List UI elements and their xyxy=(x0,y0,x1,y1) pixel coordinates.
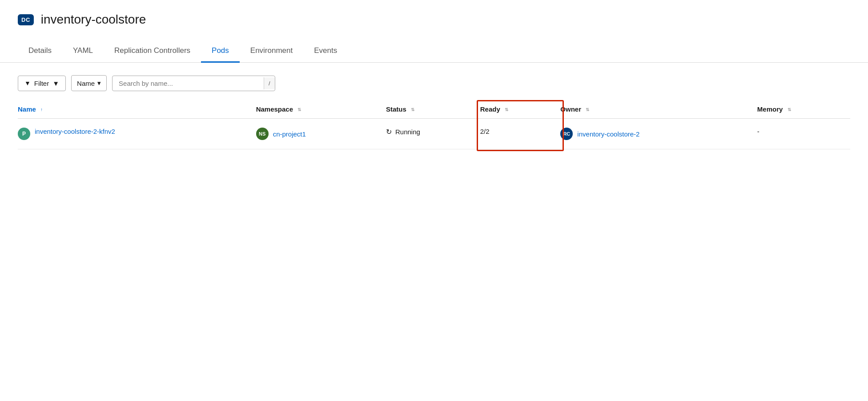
ready-value: 2/2 xyxy=(480,128,490,135)
col-header-owner[interactable]: Owner ⇅ xyxy=(560,100,757,119)
pods-table: Name ↑ Namespace ⇅ Status ⇅ xyxy=(18,100,850,149)
ns-badge: NS xyxy=(256,128,269,140)
owner-sort-icon[interactable]: ⇅ xyxy=(586,108,589,112)
pod-badge: P xyxy=(18,128,30,140)
filter-label: Filter xyxy=(34,80,49,87)
search-shortcut: / xyxy=(264,77,275,89)
status-text: Running xyxy=(395,128,420,136)
tab-events[interactable]: Events xyxy=(303,40,348,63)
memory-cell: - xyxy=(757,119,850,149)
page-title: inventory-coolstore xyxy=(41,12,146,27)
name-dropdown-label: Name xyxy=(77,80,95,87)
namespace-sort-icon[interactable]: ⇅ xyxy=(297,108,301,112)
table-container: Name ↑ Namespace ⇅ Status ⇅ xyxy=(0,100,868,149)
tab-replication-controllers[interactable]: Replication Controllers xyxy=(104,40,201,63)
table-header-row: Name ↑ Namespace ⇅ Status ⇅ xyxy=(18,100,850,119)
filter-button[interactable]: ▼ Filter ▼ xyxy=(18,76,66,91)
owner-cell: RC inventory-coolstore-2 xyxy=(560,119,757,149)
memory-value: - xyxy=(757,128,760,135)
table-row: P inventory-coolstore-2-kfnv2 NS cn-proj… xyxy=(18,119,850,149)
namespace-link[interactable]: cn-project1 xyxy=(273,130,306,138)
filter-icon: ▼ xyxy=(24,80,31,87)
namespace-cell: NS cn-project1 xyxy=(256,119,386,149)
col-header-ready[interactable]: Ready ⇅ xyxy=(480,100,561,119)
tab-details[interactable]: Details xyxy=(18,40,62,63)
tab-environment[interactable]: Environment xyxy=(240,40,303,63)
ready-sort-icon[interactable]: ⇅ xyxy=(505,108,508,112)
ready-cell: 2/2 xyxy=(480,119,561,149)
col-header-namespace[interactable]: Namespace ⇅ xyxy=(256,100,386,119)
toolbar: ▼ Filter ▼ Name ▾ / xyxy=(0,63,868,100)
running-icon: ↻ xyxy=(386,128,392,136)
search-box: / xyxy=(112,76,275,91)
tab-pods[interactable]: Pods xyxy=(201,40,240,63)
status-cell: ↻ Running xyxy=(386,119,480,149)
dc-badge: DC xyxy=(18,14,34,25)
col-header-name[interactable]: Name ↑ xyxy=(18,100,256,119)
rc-badge: RC xyxy=(560,128,573,140)
filter-dropdown-icon: ▼ xyxy=(52,80,59,87)
tab-yaml[interactable]: YAML xyxy=(62,40,104,63)
search-input[interactable] xyxy=(113,76,264,91)
col-header-memory[interactable]: Memory ⇅ xyxy=(757,100,850,119)
dropdown-arrow-icon: ▾ xyxy=(97,79,101,87)
status-sort-icon[interactable]: ⇅ xyxy=(411,108,414,112)
owner-link[interactable]: inventory-coolstore-2 xyxy=(577,130,639,138)
tabs-bar: Details YAML Replication Controllers Pod… xyxy=(0,40,868,63)
col-header-status[interactable]: Status ⇅ xyxy=(386,100,480,119)
name-sort-icon[interactable]: ↑ xyxy=(40,108,43,112)
pod-name-link[interactable]: inventory-coolstore-2-kfnv2 xyxy=(35,128,115,135)
memory-sort-icon[interactable]: ⇅ xyxy=(788,108,791,112)
pod-name-cell: P inventory-coolstore-2-kfnv2 xyxy=(18,119,256,149)
page-header: DC inventory-coolstore xyxy=(0,0,868,36)
name-dropdown[interactable]: Name ▾ xyxy=(71,75,107,91)
